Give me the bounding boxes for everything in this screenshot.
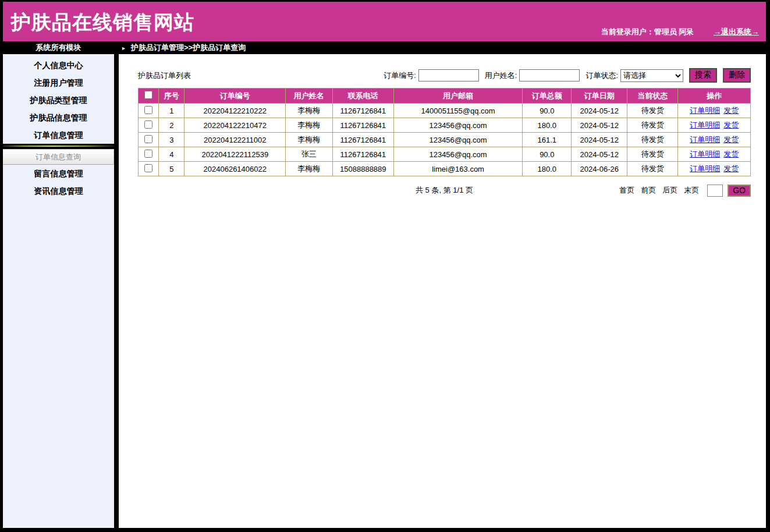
cell-order-no: 202204122211002 <box>184 133 286 147</box>
ship-link[interactable]: 发货 <box>723 120 739 129</box>
cell-email: 1400051155@qq.com <box>394 104 523 118</box>
order-status-select[interactable]: 请选择 <box>620 69 683 82</box>
next-page-link[interactable]: 后页 <box>662 185 677 196</box>
current-user-label: 当前登录用户：管理员 阿呆 <box>601 27 694 36</box>
sidebar-item-product-types[interactable]: 护肤品类型管理 <box>3 91 114 109</box>
sidebar-item-order-info[interactable]: 订单信息管理 <box>3 126 114 144</box>
cell-user-name: 李梅梅 <box>286 118 332 133</box>
cell-index: 4 <box>159 147 184 162</box>
cell-actions: 订单明细发货 <box>678 118 751 133</box>
table-row: 2 202204122210472 李梅梅 11267126841 123456… <box>139 118 751 133</box>
cell-index: 3 <box>159 133 184 147</box>
ship-link[interactable]: 发货 <box>723 135 739 144</box>
cell-total: 90.0 <box>523 104 572 118</box>
cell-user-name: 李梅梅 <box>286 104 332 118</box>
cell-actions: 订单明细发货 <box>678 147 751 162</box>
cell-status: 待发货 <box>627 104 677 118</box>
table-row: 3 202204122211002 李梅梅 11267126841 123456… <box>139 133 751 147</box>
cell-actions: 订单明细发货 <box>678 133 751 147</box>
first-page-link[interactable]: 首页 <box>619 185 634 196</box>
cell-email: 123456@qq.com <box>394 133 523 147</box>
logout-link[interactable]: →退出系统→ <box>714 27 759 36</box>
row-checkbox[interactable] <box>144 120 152 129</box>
order-no-input[interactable] <box>418 69 479 81</box>
go-button[interactable]: GO <box>728 185 751 197</box>
col-index: 序号 <box>159 88 184 104</box>
toolbar: 护肤品订单列表 订单编号: 用户姓名: 订单状态: 请选择 搜索 删除 <box>138 68 751 83</box>
cell-date: 2024-05-12 <box>572 104 627 118</box>
cell-order-no: 202406261406022 <box>184 162 286 176</box>
select-all-checkbox[interactable] <box>144 91 152 99</box>
ship-link[interactable]: 发货 <box>723 164 739 173</box>
cell-total: 180.0 <box>523 162 572 176</box>
sidebar-subitem-order-query-active[interactable]: 订单信息查询 <box>3 149 114 165</box>
breadcrumb-text: 护肤品订单管理>>护肤品订单查询 <box>131 42 246 53</box>
cell-total: 90.0 <box>523 147 572 162</box>
pagination-controls: 首页 前页 后页 末页 GO <box>613 183 751 198</box>
breadcrumb-arrow-icon: ▸ <box>122 45 125 51</box>
navbar: 系统所有模块 ▸ 护肤品订单管理>>护肤品订单查询 <box>3 41 766 54</box>
cell-email: limei@163.com <box>394 162 523 176</box>
order-no-label: 订单编号: <box>384 70 416 81</box>
row-checkbox[interactable] <box>144 135 152 143</box>
sidebar-item-message-info[interactable]: 留言信息管理 <box>3 165 114 182</box>
cell-date: 2024-05-12 <box>572 133 627 147</box>
cell-email: 123456@qq.com <box>394 118 523 133</box>
user-area: 当前登录用户：管理员 阿呆 →退出系统→ <box>601 27 759 37</box>
cell-order-no: 2022041222112539 <box>184 147 286 162</box>
page: 护肤品在线销售网站 当前登录用户：管理员 阿呆 →退出系统→ 系统所有模块 ▸ … <box>0 0 770 532</box>
cell-phone: 11267126841 <box>332 133 394 147</box>
main-content: 护肤品订单列表 订单编号: 用户姓名: 订单状态: 请选择 搜索 删除 <box>114 54 766 528</box>
order-detail-link[interactable]: 订单明细 <box>690 150 720 158</box>
sidebar-item-personal-info[interactable]: 个人信息中心 <box>3 56 114 74</box>
order-detail-link[interactable]: 订单明细 <box>690 106 720 115</box>
col-order-no: 订单编号 <box>184 88 286 104</box>
sidebar-header: 系统所有模块 <box>3 42 114 53</box>
col-email: 用户邮箱 <box>394 88 523 104</box>
cell-phone: 11267126841 <box>332 147 394 162</box>
cell-user-name: 李梅梅 <box>286 162 332 176</box>
cell-actions: 订单明细发货 <box>678 162 751 176</box>
sidebar-item-registered-users[interactable]: 注册用户管理 <box>3 74 114 91</box>
col-status: 当前状态 <box>627 88 677 104</box>
table-header-row: 序号 订单编号 用户姓名 联系电话 用户邮箱 订单总额 订单日期 当前状态 操作 <box>139 88 751 104</box>
cell-phone: 11267126841 <box>332 118 394 133</box>
col-user-name: 用户姓名 <box>286 88 332 104</box>
header-checkbox-cell <box>139 88 159 104</box>
order-detail-link[interactable]: 订单明细 <box>690 135 720 144</box>
order-detail-link[interactable]: 订单明细 <box>690 164 720 173</box>
sidebar: 个人信息中心 注册用户管理 护肤品类型管理 护肤品信息管理 订单信息管理 订单信… <box>3 54 114 528</box>
col-phone: 联系电话 <box>332 88 394 104</box>
cell-status: 待发货 <box>627 162 677 176</box>
body: 个人信息中心 注册用户管理 护肤品类型管理 护肤品信息管理 订单信息管理 订单信… <box>3 54 766 528</box>
col-actions: 操作 <box>678 88 751 104</box>
last-page-link[interactable]: 末页 <box>684 185 699 196</box>
delete-button[interactable]: 删除 <box>723 68 751 83</box>
sidebar-item-product-info[interactable]: 护肤品信息管理 <box>3 109 114 126</box>
search-button[interactable]: 搜索 <box>689 68 717 83</box>
cell-status: 待发货 <box>627 147 677 162</box>
cell-status: 待发货 <box>627 118 677 133</box>
prev-page-link[interactable]: 前页 <box>641 185 656 196</box>
cell-total: 161.1 <box>523 133 572 147</box>
row-checkbox[interactable] <box>144 106 152 114</box>
table-row: 1 202204122210222 李梅梅 11267126841 140005… <box>139 104 751 118</box>
cell-user-name: 李梅梅 <box>286 133 332 147</box>
page-number-input[interactable] <box>707 185 723 197</box>
ship-link[interactable]: 发货 <box>723 150 739 158</box>
order-detail-link[interactable]: 订单明细 <box>690 120 720 129</box>
divider-glow-line <box>3 146 114 147</box>
user-name-input[interactable] <box>519 69 580 81</box>
user-name-label: 用户姓名: <box>485 70 517 81</box>
cell-date: 2024-05-12 <box>572 118 627 133</box>
sidebar-divider <box>3 144 114 149</box>
pagination: 共 5 条, 第 1/1 页 首页 前页 后页 末页 GO <box>138 183 751 198</box>
cell-status: 待发货 <box>627 133 677 147</box>
row-checkbox[interactable] <box>144 164 152 172</box>
sidebar-item-news-info[interactable]: 资讯信息管理 <box>3 182 114 200</box>
cell-phone: 11267126841 <box>332 104 394 118</box>
cell-index: 2 <box>159 118 184 133</box>
ship-link[interactable]: 发货 <box>723 106 739 115</box>
row-checkbox[interactable] <box>144 150 152 158</box>
cell-order-no: 202204122210222 <box>184 104 286 118</box>
